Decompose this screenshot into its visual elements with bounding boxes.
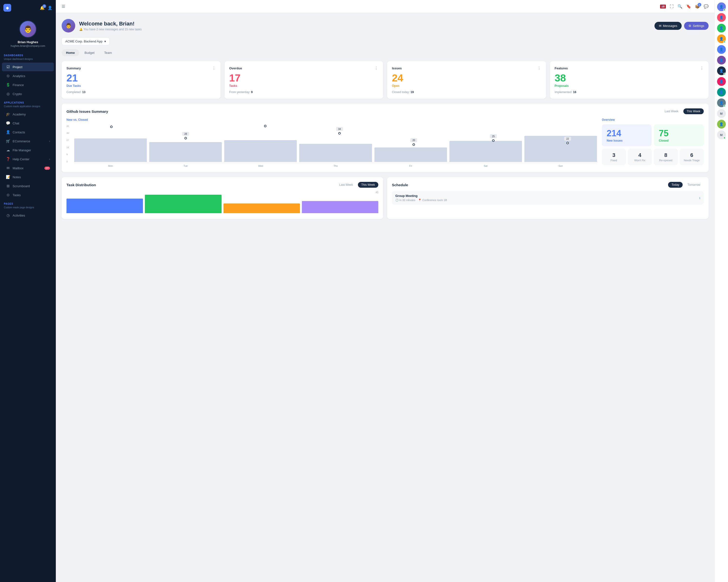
bottom-row: Task Distribution Last Week This Week 40…: [62, 177, 709, 224]
sidebar-item-helpcenter[interactable]: ❓Help Center›: [2, 155, 54, 163]
chart-bar: [149, 142, 222, 162]
profile-section: 👨 Brian Hughes hughes.brian@company.com: [0, 16, 56, 51]
sidebar-item-label: Analytics: [12, 74, 25, 78]
sidebar-item-tasks[interactable]: ⊙Tasks: [2, 191, 54, 199]
bar-group: [299, 144, 372, 162]
right-strip-avatar[interactable]: 👤: [717, 56, 726, 64]
sidebar-top-icons: 🔔 3 👤: [40, 6, 52, 10]
fullscreen-icon[interactable]: ⛶: [670, 4, 674, 9]
chevron-right-icon: ›: [49, 140, 50, 143]
online-indicator: [723, 105, 726, 107]
today-toggle[interactable]: Today: [668, 182, 683, 188]
chart-labels: MonTueWedThuFriSatSun: [74, 165, 597, 167]
sidebar-section-label: DASHBOARDS: [0, 51, 56, 58]
cart-icon[interactable]: 📦 5: [695, 4, 700, 9]
contacts-icon: 👤: [6, 130, 10, 134]
right-strip: 👤👤👤👤👤👤👤👤👤👤M👤M: [714, 0, 728, 582]
card-menu-icon[interactable]: ⋮: [700, 66, 704, 71]
sidebar-item-activities[interactable]: ◷Activities: [2, 211, 54, 220]
welcome-text: Welcome back, Brian! 🔔 You have 2 new me…: [79, 21, 142, 31]
right-strip-avatar[interactable]: 👤: [717, 66, 726, 75]
user-circle-icon[interactable]: 👤: [48, 6, 52, 10]
right-strip-avatar[interactable]: 👤: [717, 2, 726, 11]
card-label: Due Tasks: [67, 84, 216, 87]
cart-badge: 5: [698, 3, 701, 6]
sidebar-item-project[interactable]: ☑Project: [2, 62, 54, 71]
schedule-item-title: Group Meeting: [395, 194, 447, 198]
task-distribution-section: Task Distribution Last Week This Week 40: [62, 177, 383, 219]
card-menu-icon[interactable]: ⋮: [374, 66, 378, 71]
schedule-meta: 🕐 in 32 minutes 📍 Conference room 1B: [395, 199, 447, 202]
schedule-item-info: Group Meeting 🕐 in 32 minutes 📍 Conferen…: [395, 194, 447, 202]
task-bar: [302, 201, 378, 213]
settings-button[interactable]: ⚙ Settings: [684, 22, 709, 30]
messages-button[interactable]: ✉ Messages: [654, 22, 682, 30]
last-week-toggle[interactable]: Last Week: [661, 108, 682, 114]
chart-x-label: Wed: [224, 165, 297, 167]
notification-icon[interactable]: 🔔 3: [40, 6, 45, 10]
search-icon[interactable]: 🔍: [678, 4, 682, 9]
sidebar-item-chat[interactable]: 💬Chat: [2, 119, 54, 128]
sidebar-item-filemanager[interactable]: ☁File Manager: [2, 146, 54, 155]
sidebar-item-finance[interactable]: 💲Finance: [2, 81, 54, 89]
right-strip-avatar[interactable]: 👤: [717, 77, 726, 86]
right-strip-avatar[interactable]: 👤: [717, 99, 726, 107]
chart-bar: [74, 138, 147, 162]
sidebar-item-contacts[interactable]: 👤Contacts: [2, 128, 54, 137]
sidebar-item-notes[interactable]: 📝Notes: [2, 173, 54, 182]
chart-x-label: Mon: [74, 165, 147, 167]
stat-number: 3: [604, 152, 623, 158]
card-header: Summary ⋮: [67, 66, 216, 71]
sidebar-item-academy[interactable]: 🎓Academy: [2, 110, 54, 118]
flag-icon[interactable]: 🇺🇸: [660, 5, 666, 8]
chart-bar: [374, 147, 447, 162]
bookmark-icon[interactable]: 🔖: [686, 4, 691, 9]
right-strip-avatar[interactable]: 👤: [717, 120, 726, 129]
card-label: Proposals: [555, 84, 704, 87]
hamburger-icon[interactable]: ☰: [62, 4, 65, 9]
app-logo[interactable]: ◆: [3, 4, 11, 11]
right-strip-avatar[interactable]: 👤: [717, 88, 726, 96]
sidebar-item-mailbox[interactable]: ✉Mailbox27: [2, 164, 54, 172]
this-week-toggle[interactable]: This Week: [683, 108, 704, 114]
right-strip-avatar[interactable]: M: [717, 131, 726, 139]
project-selector[interactable]: ACME Corp. Backend App ▾: [62, 37, 110, 45]
card-menu-icon[interactable]: ⋮: [537, 66, 541, 71]
right-strip-avatar[interactable]: 👤: [717, 34, 726, 43]
closed-card: 75 Closed: [654, 124, 704, 146]
sidebar-item-crypto[interactable]: ◎Crypto: [2, 89, 54, 98]
tab-home[interactable]: Home: [62, 49, 79, 56]
tab-budget[interactable]: Budget: [80, 49, 99, 56]
project-label: ACME Corp. Backend App: [65, 39, 102, 43]
avatar[interactable]: 👨: [19, 20, 37, 38]
task-last-week-toggle[interactable]: Last Week: [336, 182, 356, 188]
chevron-right-icon[interactable]: ›: [699, 196, 700, 200]
sidebar: ◆ 🔔 3 👤 👨 Brian Hughes hughes.brian@comp…: [0, 0, 56, 582]
chat-icon[interactable]: 💬: [704, 4, 709, 9]
right-strip-avatar[interactable]: 👤: [717, 45, 726, 54]
card-sub: Implemented: 16: [555, 90, 704, 94]
sidebar-item-scrumboard[interactable]: ⊞Scrumboard: [2, 182, 54, 190]
sidebar-section-label: APPLICATIONS: [0, 99, 56, 105]
right-strip-avatar[interactable]: 👤: [717, 24, 726, 32]
right-strip-avatar[interactable]: M: [717, 109, 726, 118]
chart-x-label: Sun: [524, 165, 597, 167]
closed-number: 75: [659, 128, 699, 138]
tab-team[interactable]: Team: [100, 49, 116, 56]
card-menu-icon[interactable]: ⋮: [212, 66, 216, 71]
sidebar-item-label: File Manager: [12, 148, 31, 152]
sidebar-item-label: Activities: [12, 214, 25, 217]
mailbox-icon: ✉: [6, 166, 10, 170]
sidebar-item-label: Tasks: [12, 193, 21, 197]
card-number: 17: [229, 73, 379, 83]
online-indicator: [723, 41, 726, 43]
gear-icon: ⚙: [688, 24, 691, 28]
card-title: Overdue: [229, 66, 242, 70]
right-strip-avatar[interactable]: 👤: [717, 13, 726, 22]
task-this-week-toggle[interactable]: This Week: [358, 182, 378, 188]
chevron-right-icon: ›: [49, 158, 50, 161]
sidebar-item-analytics[interactable]: ⊙Analytics: [2, 72, 54, 80]
card-label: Tasks: [229, 84, 379, 87]
sidebar-item-ecommerce[interactable]: 🛒ECommerce›: [2, 137, 54, 145]
tomorrow-toggle[interactable]: Tomorrow: [684, 182, 704, 188]
